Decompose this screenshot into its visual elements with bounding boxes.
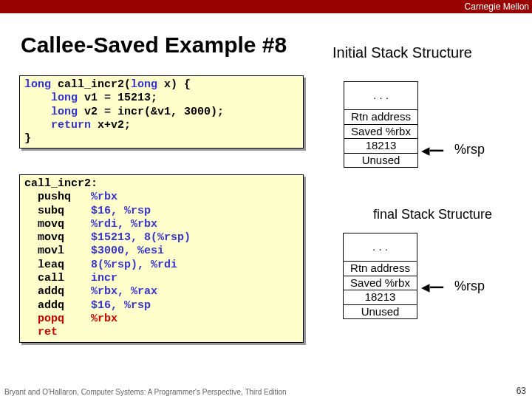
stack-cell-value: 18213 bbox=[344, 290, 417, 305]
page-number: 63 bbox=[516, 386, 526, 396]
initial-stack-label: Initial Stack Structure bbox=[332, 44, 472, 61]
stack-cell-unused: Unused bbox=[344, 304, 417, 319]
stack-cell-unused: Unused bbox=[344, 153, 418, 168]
initial-stack: . . . Rtn address Saved %rbx 18213 Unuse… bbox=[344, 81, 418, 168]
rsp-label-final: %rsp bbox=[454, 279, 485, 294]
stack-cell-saved: Saved %rbx bbox=[344, 276, 417, 290]
stack-cell-value: 18213 bbox=[344, 139, 418, 154]
rsp-label-initial: %rsp bbox=[454, 142, 485, 157]
stack-cell-rtn: Rtn address bbox=[344, 110, 418, 125]
stack-cell-dots: . . . bbox=[344, 233, 417, 262]
stack-cell-rtn: Rtn address bbox=[344, 262, 417, 276]
brand-label: Carnegie Mellon bbox=[465, 0, 529, 13]
asm-code-box: call_incr2: pushq %rbx subq $16, %rsp mo… bbox=[19, 174, 304, 343]
c-code-box: long call_incr2(long x) { long v1 = 1521… bbox=[19, 75, 304, 149]
stack-cell-saved: Saved %rbx bbox=[344, 124, 418, 139]
top-bar bbox=[0, 0, 532, 13]
kw-long: long bbox=[24, 78, 51, 91]
arrow-icon: ◀━━ bbox=[421, 144, 443, 157]
final-stack: . . . Rtn address Saved %rbx 18213 Unuse… bbox=[343, 233, 417, 319]
final-stack-label: final Stack Structure bbox=[373, 207, 492, 222]
stack-cell-dots: . . . bbox=[344, 82, 418, 110]
arrow-icon: ◀━━ bbox=[421, 281, 443, 294]
footer-text: Bryant and O'Hallaron, Computer Systems:… bbox=[4, 388, 287, 396]
slide-title: Callee-Saved Example #8 bbox=[21, 33, 287, 58]
